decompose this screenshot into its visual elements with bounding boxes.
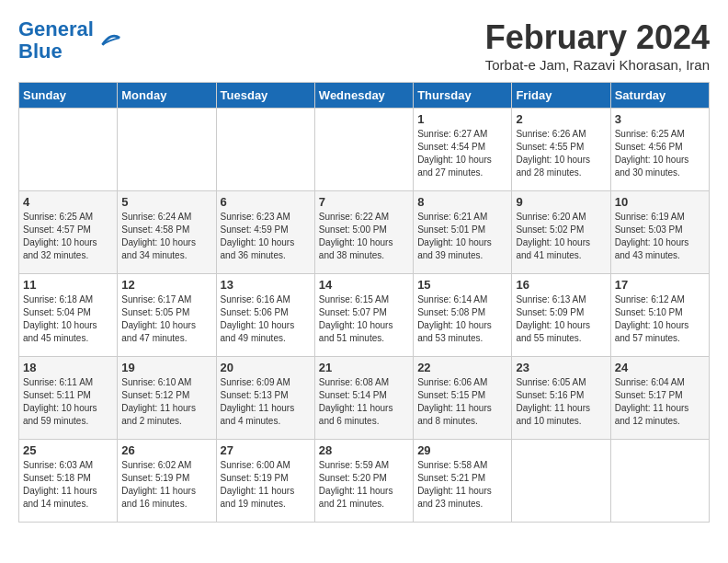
calendar-cell: 14Sunrise: 6:15 AM Sunset: 5:07 PM Dayli…	[314, 274, 413, 357]
page-header: GeneralBlue February 2024 Torbat-e Jam, …	[18, 18, 710, 73]
day-info: Sunrise: 6:04 AM Sunset: 5:17 PM Dayligh…	[615, 376, 705, 428]
calendar-cell: 6Sunrise: 6:23 AM Sunset: 4:59 PM Daylig…	[216, 191, 314, 274]
calendar-cell: 15Sunrise: 6:14 AM Sunset: 5:08 PM Dayli…	[414, 274, 512, 357]
day-info: Sunrise: 6:10 AM Sunset: 5:12 PM Dayligh…	[121, 376, 211, 428]
day-info: Sunrise: 6:11 AM Sunset: 5:11 PM Dayligh…	[23, 376, 113, 428]
day-number: 11	[23, 278, 113, 292]
calendar-week-row: 25Sunrise: 6:03 AM Sunset: 5:18 PM Dayli…	[19, 440, 710, 523]
calendar-table: Sunday Monday Tuesday Wednesday Thursday…	[18, 82, 710, 523]
day-number: 25	[23, 443, 113, 457]
day-number: 3	[615, 112, 705, 126]
calendar-body: 1Sunrise: 6:27 AM Sunset: 4:54 PM Daylig…	[19, 109, 710, 523]
day-number: 18	[23, 361, 113, 374]
day-info: Sunrise: 6:23 AM Sunset: 4:59 PM Dayligh…	[221, 211, 311, 262]
calendar-week-row: 4Sunrise: 6:25 AM Sunset: 4:57 PM Daylig…	[19, 191, 710, 274]
calendar-cell: 20Sunrise: 6:09 AM Sunset: 5:13 PM Dayli…	[216, 357, 314, 440]
calendar-cell: 10Sunrise: 6:19 AM Sunset: 5:03 PM Dayli…	[610, 191, 709, 274]
title-section: February 2024 Torbat-e Jam, Razavi Khora…	[485, 18, 710, 73]
calendar-cell: 7Sunrise: 6:22 AM Sunset: 5:00 PM Daylig…	[314, 191, 413, 274]
calendar-cell: 29Sunrise: 5:58 AM Sunset: 5:21 PM Dayli…	[414, 440, 512, 523]
calendar-cell: 18Sunrise: 6:11 AM Sunset: 5:11 PM Dayli…	[19, 357, 118, 440]
day-info: Sunrise: 6:12 AM Sunset: 5:10 PM Dayligh…	[615, 293, 705, 345]
day-info: Sunrise: 6:03 AM Sunset: 5:18 PM Dayligh…	[23, 459, 113, 511]
day-info: Sunrise: 6:22 AM Sunset: 5:00 PM Dayligh…	[319, 211, 409, 262]
day-number: 20	[221, 361, 311, 374]
day-number: 21	[319, 361, 409, 374]
day-info: Sunrise: 6:14 AM Sunset: 5:08 PM Dayligh…	[417, 293, 507, 345]
calendar-week-row: 1Sunrise: 6:27 AM Sunset: 4:54 PM Daylig…	[19, 109, 710, 191]
day-info: Sunrise: 6:00 AM Sunset: 5:19 PM Dayligh…	[221, 459, 311, 511]
day-info: Sunrise: 6:18 AM Sunset: 5:04 PM Dayligh…	[23, 293, 113, 345]
calendar-cell	[512, 440, 610, 523]
day-number: 6	[221, 195, 311, 209]
day-info: Sunrise: 6:13 AM Sunset: 5:09 PM Dayligh…	[516, 293, 606, 345]
day-info: Sunrise: 6:16 AM Sunset: 5:06 PM Dayligh…	[221, 293, 311, 345]
day-info: Sunrise: 6:15 AM Sunset: 5:07 PM Dayligh…	[319, 293, 409, 345]
day-number: 17	[615, 278, 705, 292]
calendar-cell	[118, 109, 216, 191]
day-info: Sunrise: 6:17 AM Sunset: 5:05 PM Dayligh…	[121, 293, 211, 345]
calendar-cell: 5Sunrise: 6:24 AM Sunset: 4:58 PM Daylig…	[118, 191, 216, 274]
day-number: 15	[417, 278, 507, 292]
header-monday: Monday	[118, 83, 216, 109]
day-number: 29	[417, 443, 507, 457]
day-number: 10	[615, 195, 705, 209]
calendar-cell: 11Sunrise: 6:18 AM Sunset: 5:04 PM Dayli…	[19, 274, 118, 357]
header-sunday: Sunday	[19, 83, 118, 109]
calendar-cell	[610, 440, 709, 523]
header-saturday: Saturday	[610, 83, 709, 109]
day-number: 14	[319, 278, 409, 292]
day-number: 16	[516, 278, 606, 292]
day-number: 1	[417, 112, 507, 126]
header-thursday: Thursday	[414, 83, 512, 109]
calendar-cell: 26Sunrise: 6:02 AM Sunset: 5:19 PM Dayli…	[118, 440, 216, 523]
calendar-header-row: Sunday Monday Tuesday Wednesday Thursday…	[19, 83, 710, 109]
day-info: Sunrise: 6:27 AM Sunset: 4:54 PM Dayligh…	[417, 128, 507, 179]
day-number: 4	[23, 195, 113, 209]
calendar-cell: 3Sunrise: 6:25 AM Sunset: 4:56 PM Daylig…	[610, 109, 709, 191]
day-number: 28	[319, 443, 409, 457]
calendar-cell: 23Sunrise: 6:05 AM Sunset: 5:16 PM Dayli…	[512, 357, 610, 440]
calendar-cell: 4Sunrise: 6:25 AM Sunset: 4:57 PM Daylig…	[19, 191, 118, 274]
day-info: Sunrise: 6:24 AM Sunset: 4:58 PM Dayligh…	[121, 211, 211, 262]
day-info: Sunrise: 6:09 AM Sunset: 5:13 PM Dayligh…	[221, 376, 311, 428]
day-info: Sunrise: 6:25 AM Sunset: 4:57 PM Dayligh…	[23, 211, 113, 262]
header-wednesday: Wednesday	[314, 83, 413, 109]
header-friday: Friday	[512, 83, 610, 109]
calendar-cell: 1Sunrise: 6:27 AM Sunset: 4:54 PM Daylig…	[414, 109, 512, 191]
day-number: 19	[121, 361, 211, 374]
calendar-cell: 8Sunrise: 6:21 AM Sunset: 5:01 PM Daylig…	[414, 191, 512, 274]
calendar-cell: 28Sunrise: 5:59 AM Sunset: 5:20 PM Dayli…	[314, 440, 413, 523]
calendar-cell: 24Sunrise: 6:04 AM Sunset: 5:17 PM Dayli…	[610, 357, 709, 440]
calendar-week-row: 18Sunrise: 6:11 AM Sunset: 5:11 PM Dayli…	[19, 357, 710, 440]
calendar-cell: 25Sunrise: 6:03 AM Sunset: 5:18 PM Dayli…	[19, 440, 118, 523]
logo: GeneralBlue	[18, 18, 121, 63]
day-info: Sunrise: 6:05 AM Sunset: 5:16 PM Dayligh…	[516, 376, 606, 428]
day-number: 9	[516, 195, 606, 209]
day-number: 22	[417, 361, 507, 374]
calendar-cell: 21Sunrise: 6:08 AM Sunset: 5:14 PM Dayli…	[314, 357, 413, 440]
calendar-cell: 9Sunrise: 6:20 AM Sunset: 5:02 PM Daylig…	[512, 191, 610, 274]
calendar-cell: 22Sunrise: 6:06 AM Sunset: 5:15 PM Dayli…	[414, 357, 512, 440]
day-number: 5	[121, 195, 211, 209]
calendar-cell: 27Sunrise: 6:00 AM Sunset: 5:19 PM Dayli…	[216, 440, 314, 523]
calendar-cell: 19Sunrise: 6:10 AM Sunset: 5:12 PM Dayli…	[118, 357, 216, 440]
logo-icon	[96, 28, 121, 53]
day-number: 12	[121, 278, 211, 292]
month-title: February 2024	[485, 18, 710, 57]
day-number: 26	[121, 443, 211, 457]
day-number: 2	[516, 112, 606, 126]
location-subtitle: Torbat-e Jam, Razavi Khorasan, Iran	[485, 57, 710, 73]
calendar-cell	[314, 109, 413, 191]
day-info: Sunrise: 6:06 AM Sunset: 5:15 PM Dayligh…	[417, 376, 507, 428]
day-info: Sunrise: 6:26 AM Sunset: 4:55 PM Dayligh…	[516, 128, 606, 179]
day-info: Sunrise: 6:20 AM Sunset: 5:02 PM Dayligh…	[516, 211, 606, 262]
calendar-cell: 13Sunrise: 6:16 AM Sunset: 5:06 PM Dayli…	[216, 274, 314, 357]
day-info: Sunrise: 6:25 AM Sunset: 4:56 PM Dayligh…	[615, 128, 705, 179]
day-number: 24	[615, 361, 705, 374]
calendar-week-row: 11Sunrise: 6:18 AM Sunset: 5:04 PM Dayli…	[19, 274, 710, 357]
day-number: 7	[319, 195, 409, 209]
day-info: Sunrise: 6:08 AM Sunset: 5:14 PM Dayligh…	[319, 376, 409, 428]
day-number: 13	[221, 278, 311, 292]
day-info: Sunrise: 5:59 AM Sunset: 5:20 PM Dayligh…	[319, 459, 409, 511]
